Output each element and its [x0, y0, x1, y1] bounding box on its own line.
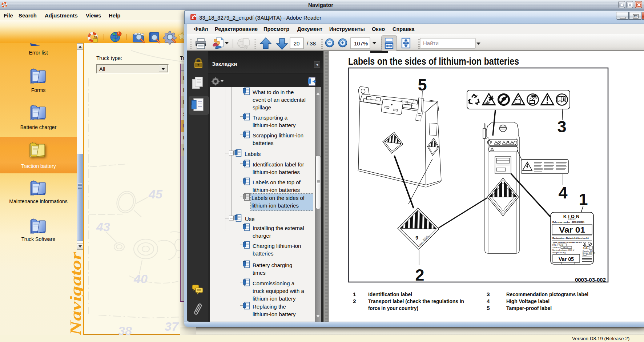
- svg-text:Recommendation pictograms labe: Recommendation pictograms label: [506, 291, 588, 297]
- svg-text:Nominal voltage : 23,1 V: Nominal voltage : 23,1 V: [552, 249, 574, 251]
- svg-text:1: 1: [353, 291, 356, 297]
- svg-text:Type : BTR-VLE23-06-001 M SET: Type : BTR-VLE23-06-001 M SET: [552, 241, 582, 244]
- svg-text:3: 3: [557, 117, 566, 136]
- svg-text:Tamper-proof label: Tamper-proof label: [506, 305, 552, 311]
- svg-text:GROUP: GROUP: [568, 218, 576, 220]
- svg-text:Var 02: Var 02: [559, 244, 563, 246]
- svg-text:43: 43: [96, 220, 110, 234]
- svg-text:Var 03: Var 03: [563, 247, 568, 249]
- svg-text:Var 01: Var 01: [559, 225, 585, 234]
- svg-text:Date: Date: [583, 254, 586, 256]
- svg-text:force in your country): force in your country): [368, 305, 418, 311]
- svg-text:Designation : Batterie Lithium: Designation : Batterie Lithium ion A1: [552, 237, 589, 239]
- svg-text:Weight : 56 Kg: Weight : 56 Kg: [552, 252, 565, 254]
- svg-text:4: 4: [558, 184, 567, 202]
- svg-text:45: 45: [148, 187, 163, 201]
- svg-text:Transport label (check the reg: Transport label (check the regulations i…: [368, 298, 464, 304]
- svg-text:CE: CE: [583, 246, 589, 250]
- svg-text:2: 2: [353, 298, 356, 304]
- svg-text:3: 3: [487, 291, 490, 297]
- svg-text:Serial n° :: Serial n° :: [552, 246, 561, 249]
- svg-text:High Voltage label: High Voltage label: [506, 298, 550, 304]
- svg-text:40: 40: [133, 272, 148, 286]
- svg-text:Var 05: Var 05: [559, 256, 574, 262]
- svg-text:Identification label: Identification label: [368, 291, 412, 297]
- svg-text:2: 2: [415, 266, 424, 284]
- svg-text:Reference number : 11534205301: Reference number : 11534205301: [552, 221, 585, 223]
- svg-text:9: 9: [415, 235, 419, 241]
- svg-text:37: 37: [165, 319, 179, 333]
- svg-text:Labels on the sides of lithium: Labels on the sides of lithium-ion batte…: [348, 56, 519, 67]
- svg-text:5: 5: [487, 305, 490, 311]
- svg-text:4: 4: [487, 298, 490, 304]
- svg-text:38: 38: [118, 324, 132, 335]
- svg-text:1: 1: [579, 190, 588, 209]
- svg-text:Energy: 3900 Wh: Energy: 3900 Wh: [583, 252, 595, 254]
- svg-text:0003-03-002: 0003-03-002: [575, 277, 606, 283]
- svg-text:F/N :: F/N :: [552, 244, 557, 246]
